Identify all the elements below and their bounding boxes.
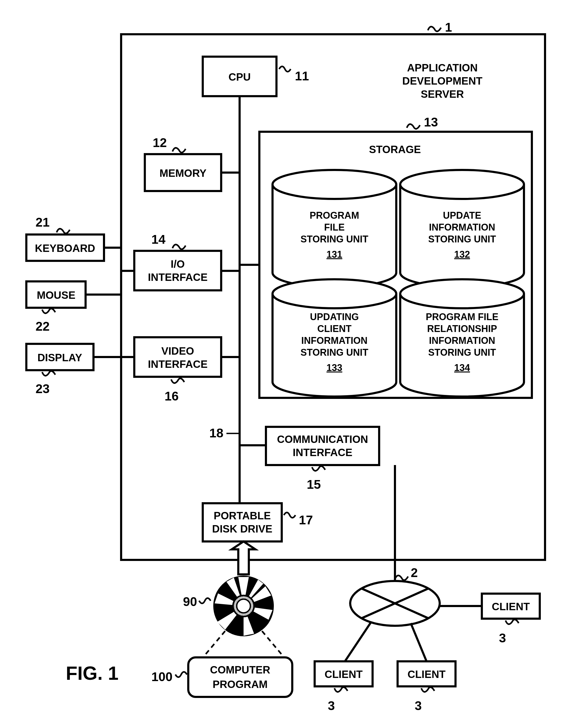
svg-rect-6	[134, 337, 221, 377]
comm-ref: 15	[307, 477, 321, 491]
comm-interface-block: COMMUNICATION INTERFACE 15	[266, 427, 379, 491]
db-133-num: 133	[327, 362, 342, 373]
display-block: DISPLAY 23	[26, 344, 134, 396]
figure-label: FIG. 1	[66, 662, 118, 684]
svg-text:MOUSE: MOUSE	[37, 289, 76, 301]
db-131: PROGRAM FILE STORING UNIT 131	[273, 170, 396, 287]
video-interface-block: VIDEO INTERFACE 16	[134, 337, 221, 403]
svg-rect-55	[188, 657, 292, 697]
io-label-1: I/O	[171, 258, 185, 270]
display-ref: 23	[35, 382, 50, 396]
client2-ref: 3	[415, 699, 422, 713]
svg-text:INFORMATION: INFORMATION	[301, 335, 367, 346]
svg-text:COMPUTER: COMPUTER	[210, 664, 271, 676]
svg-text:FILE: FILE	[324, 222, 345, 233]
network-ref: 2	[411, 566, 418, 580]
svg-text:STORING UNIT: STORING UNIT	[428, 347, 496, 358]
svg-text:COMMUNICATION: COMMUNICATION	[277, 434, 368, 445]
server-label-2: DEVELOPMENT	[402, 75, 482, 87]
svg-line-54	[262, 631, 283, 656]
svg-rect-26	[266, 427, 379, 465]
svg-text:CLIENT: CLIENT	[317, 323, 352, 334]
cpu-block: CPU 11	[203, 57, 309, 96]
cpu-ref: 11	[295, 69, 309, 83]
memory-label: MEMORY	[160, 167, 207, 179]
program-ref: 100	[151, 670, 172, 684]
svg-text:STORING UNIT: STORING UNIT	[300, 347, 368, 358]
svg-line-62	[345, 622, 371, 661]
svg-point-8	[273, 170, 396, 199]
keyboard-ref: 21	[35, 215, 50, 229]
server-label-3: SERVER	[421, 88, 464, 100]
portable-disk-drive-block: PORTABLE DISK DRIVE 17	[203, 503, 313, 542]
svg-text:RELATIONSHIP: RELATIONSHIP	[427, 323, 497, 334]
client-2: CLIENT 3	[397, 623, 455, 713]
svg-text:PORTABLE: PORTABLE	[214, 510, 271, 521]
db-131-num: 131	[327, 249, 342, 260]
io-interface-block: I/O INTERFACE 14	[134, 232, 221, 290]
cd-icon: 90	[183, 542, 283, 656]
client1-ref: 3	[328, 699, 335, 713]
io-label-2: INTERFACE	[148, 271, 208, 283]
io-ref: 14	[151, 232, 166, 246]
db-134-num: 134	[454, 362, 470, 373]
svg-rect-29	[203, 503, 282, 542]
db-133: UPDATING CLIENT INFORMATION STORING UNIT…	[273, 279, 396, 396]
svg-point-21	[400, 279, 524, 308]
disk-ref: 17	[299, 513, 313, 527]
svg-text:STORING UNIT: STORING UNIT	[428, 234, 496, 244]
svg-text:UPDATING: UPDATING	[310, 311, 359, 322]
svg-text:INFORMATION: INFORMATION	[429, 222, 495, 233]
storage-label: STORAGE	[369, 144, 421, 155]
client-3: CLIENT 3	[439, 594, 540, 645]
db-134: PROGRAM FILE RELATIONSHIP INFORMATION ST…	[400, 279, 524, 396]
video-label-2: INTERFACE	[148, 358, 208, 370]
db-132-num: 132	[454, 249, 470, 260]
server-label-1: APPLICATION	[407, 62, 478, 74]
db-132: UPDATE INFORMATION STORING UNIT 132	[400, 170, 524, 287]
client-1: CLIENT 3	[315, 622, 372, 713]
svg-text:PROGRAM: PROGRAM	[213, 678, 268, 690]
svg-point-12	[400, 170, 524, 199]
storage-ref: 13	[424, 115, 438, 129]
svg-line-53	[204, 631, 225, 656]
mouse-ref: 22	[35, 319, 50, 333]
svg-text:KEYBOARD: KEYBOARD	[35, 242, 95, 254]
svg-text:INTERFACE: INTERFACE	[293, 447, 353, 458]
server-ref: 1	[445, 20, 452, 34]
cpu-label: CPU	[228, 71, 251, 83]
svg-text:INFORMATION: INFORMATION	[429, 335, 495, 346]
svg-text:CLIENT: CLIENT	[408, 669, 445, 680]
svg-text:CLIENT: CLIENT	[492, 601, 530, 612]
svg-text:UPDATE: UPDATE	[443, 210, 481, 221]
svg-rect-5	[134, 251, 221, 290]
network-node: 2	[350, 465, 440, 626]
svg-text:PROGRAM FILE: PROGRAM FILE	[426, 311, 498, 322]
video-label-1: VIDEO	[161, 345, 194, 357]
svg-text:STORING UNIT: STORING UNIT	[300, 234, 368, 244]
computer-program-block: COMPUTER PROGRAM 100	[151, 657, 292, 697]
mouse-block: MOUSE 22	[26, 281, 121, 333]
svg-text:DISK DRIVE: DISK DRIVE	[212, 523, 273, 535]
svg-point-16	[273, 279, 396, 308]
svg-text:PROGRAM: PROGRAM	[310, 210, 359, 221]
client3-ref: 3	[499, 631, 506, 645]
svg-point-52	[237, 599, 250, 613]
svg-text:DISPLAY: DISPLAY	[37, 352, 82, 363]
video-ref: 16	[165, 389, 178, 403]
memory-block: MEMORY 12	[145, 136, 221, 191]
svg-line-65	[411, 623, 426, 661]
bus-ref: 18	[209, 426, 223, 440]
svg-text:CLIENT: CLIENT	[325, 669, 363, 680]
memory-ref: 12	[153, 136, 167, 150]
cd-ref: 90	[183, 595, 197, 609]
